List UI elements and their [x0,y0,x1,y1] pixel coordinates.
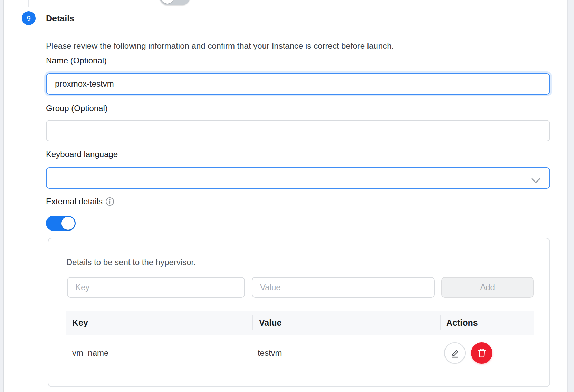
previous-step-toggle[interactable] [160,0,190,5]
edit-row-button[interactable] [444,342,466,364]
hypervisor-details-panel: Details to be sent to the hypervisor. Ad… [48,238,550,387]
step-number: 9 [27,14,31,22]
key-input[interactable] [67,277,245,298]
table-header-value: Value [252,318,440,328]
step-connector-line [28,0,29,7]
table-row: vm_name testvm [66,335,534,371]
row-actions-cell [438,342,534,364]
keyboard-language-select[interactable] [46,167,550,189]
keyboard-language-label: Keyboard language [46,149,118,159]
edit-pen-icon [449,347,460,359]
row-key-cell: vm_name [66,348,251,358]
chevron-down-icon [531,176,540,186]
header-divider [252,315,253,330]
group-input[interactable] [46,120,550,141]
details-table: Key Value Actions vm_name testvm [66,311,534,371]
name-input[interactable] [46,73,550,95]
external-details-label-row: External details [46,197,114,206]
add-button-label: Add [480,283,495,292]
delete-row-button[interactable] [471,342,492,364]
toggle-knob [161,0,174,4]
table-header-key: Key [66,318,252,328]
value-input[interactable] [252,277,435,298]
instance-launch-wizard: 9 Details Please review the following in… [0,0,574,392]
step-number-badge: 9 [22,11,36,25]
external-details-toggle[interactable] [46,216,76,231]
toggle-knob [61,217,75,230]
step-description: Please review the following information … [46,41,394,51]
external-details-label: External details [46,197,103,206]
table-header-row: Key Value Actions [66,311,534,335]
group-field-label: Group (Optional) [46,104,108,113]
left-page-gutter [0,0,4,392]
step-title: Details [46,13,74,23]
right-page-gutter [567,0,574,392]
header-divider [440,315,441,330]
name-field-label: Name (Optional) [46,56,107,66]
add-button[interactable]: Add [441,277,534,298]
panel-heading: Details to be sent to the hypervisor. [66,257,196,267]
info-icon[interactable] [105,197,114,206]
trash-icon [476,347,487,359]
row-value-cell: testvm [251,348,438,358]
table-header-actions: Actions [440,318,534,328]
